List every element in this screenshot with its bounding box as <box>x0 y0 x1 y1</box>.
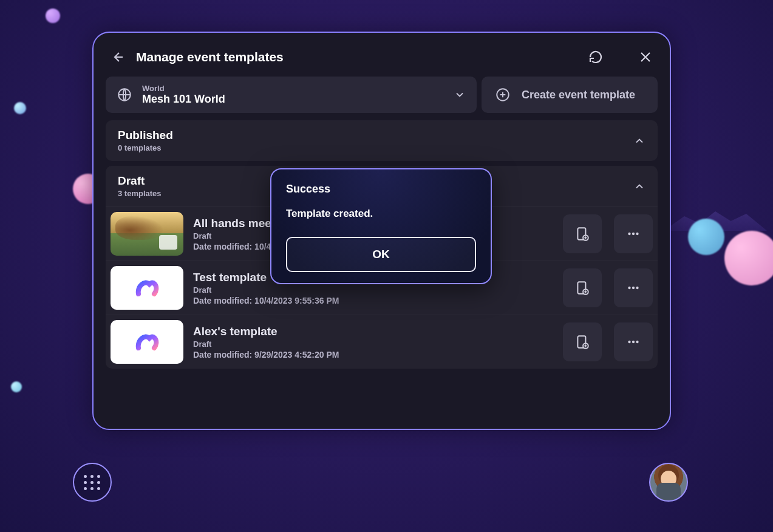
toolbar-row: World Mesh 101 World Create event templa… <box>106 77 658 113</box>
template-thumbnail <box>111 212 183 256</box>
world-value: Mesh 101 World <box>142 93 225 106</box>
svg-point-4 <box>628 233 630 235</box>
success-modal: Success Template created. OK <box>270 168 492 284</box>
grid-icon <box>84 475 101 490</box>
mesh-logo-icon <box>135 277 159 299</box>
template-thumbnail <box>111 320 183 364</box>
publish-button[interactable] <box>563 214 602 253</box>
svg-point-15 <box>632 341 635 343</box>
device-icon <box>574 334 590 350</box>
draft-title: Draft <box>118 174 162 188</box>
world-dropdown[interactable]: World Mesh 101 World <box>106 77 477 113</box>
chevron-up-icon <box>633 135 645 147</box>
ellipsis-icon <box>625 334 641 350</box>
template-modified: Date modified: 9/29/2023 4:52:20 PM <box>193 350 553 360</box>
device-icon <box>574 280 590 296</box>
publish-button[interactable] <box>563 322 602 361</box>
modal-ok-button[interactable]: OK <box>286 237 476 272</box>
published-count: 0 templates <box>118 143 173 152</box>
template-status: Draft <box>193 285 553 295</box>
page-title: Manage event templates <box>136 50 577 64</box>
template-thumbnail <box>111 266 183 310</box>
ellipsis-icon <box>625 226 641 242</box>
app-menu-button[interactable] <box>73 463 112 502</box>
create-template-button[interactable]: Create event template <box>482 77 658 113</box>
svg-point-11 <box>636 287 638 289</box>
template-row[interactable]: Alex's template Draft Date modified: 9/2… <box>106 315 658 369</box>
chevron-up-icon <box>633 180 645 193</box>
chevron-down-icon <box>454 89 466 101</box>
template-name: Alex's template <box>193 325 553 338</box>
published-title: Published <box>118 129 173 142</box>
plus-circle-icon <box>495 87 511 103</box>
bg-orb <box>724 231 773 285</box>
svg-point-9 <box>628 287 630 289</box>
back-arrow-icon[interactable] <box>111 50 125 64</box>
svg-point-5 <box>632 233 635 235</box>
bg-orb <box>14 102 26 114</box>
svg-point-14 <box>628 341 630 343</box>
bg-orb <box>11 381 22 392</box>
mesh-logo-icon <box>135 331 159 353</box>
bg-orb <box>688 219 724 255</box>
more-button[interactable] <box>614 214 653 253</box>
create-template-label: Create event template <box>522 89 635 101</box>
bg-orb <box>46 9 60 23</box>
template-modified: Date modified: 10/4/2023 9:55:36 PM <box>193 296 553 305</box>
ellipsis-icon <box>625 280 641 296</box>
published-section: Published 0 templates <box>106 120 658 161</box>
world-label: World <box>142 84 225 93</box>
more-button[interactable] <box>614 322 653 361</box>
refresh-icon[interactable] <box>588 50 603 64</box>
svg-point-16 <box>636 341 638 343</box>
publish-button[interactable] <box>563 268 602 307</box>
panel-header: Manage event templates <box>106 45 658 77</box>
svg-point-6 <box>636 233 638 235</box>
published-header[interactable]: Published 0 templates <box>106 120 658 161</box>
modal-title: Success <box>286 183 476 196</box>
template-status: Draft <box>193 339 553 349</box>
modal-message: Template created. <box>286 208 476 220</box>
globe-icon <box>117 87 132 103</box>
close-icon[interactable] <box>638 50 653 64</box>
draft-count: 3 templates <box>118 189 162 198</box>
more-button[interactable] <box>614 268 653 307</box>
svg-point-10 <box>632 287 635 289</box>
profile-avatar-button[interactable] <box>649 463 688 502</box>
device-icon <box>574 226 590 242</box>
